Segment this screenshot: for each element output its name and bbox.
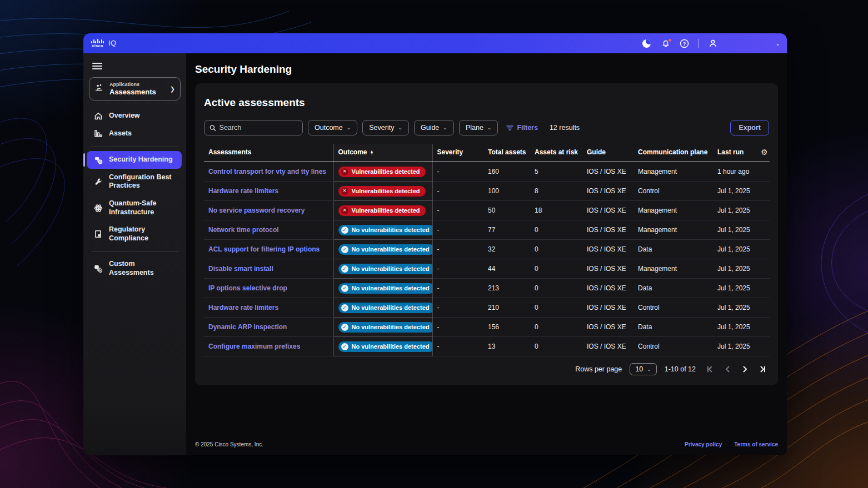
guide-cell: IOS / IOS XE bbox=[582, 162, 633, 182]
last-run-cell: Jul 1, 2025 bbox=[713, 279, 756, 298]
table-row: Dynamic ARP inspection✓No vulnerabilitie… bbox=[204, 318, 770, 337]
assessment-link[interactable]: Control transport for vty and tty lines bbox=[208, 168, 326, 175]
sidebar-item-security-hardening[interactable]: Security Hardening bbox=[83, 151, 186, 169]
assets-at-risk-cell: 8 bbox=[530, 182, 582, 201]
top-bar: cisco IQ ? bbox=[83, 33, 787, 53]
account-icon[interactable] bbox=[708, 38, 718, 48]
sidebar-item-overview[interactable]: Overview bbox=[83, 107, 186, 125]
last-run-cell: Jul 1, 2025 bbox=[713, 259, 756, 279]
gear-spacer-cell bbox=[756, 279, 770, 298]
column-header-total-assets[interactable]: Total assets bbox=[483, 144, 530, 162]
last-run-cell: 1 hour ago bbox=[713, 162, 756, 182]
last-run-cell: Jul 1, 2025 bbox=[713, 220, 756, 240]
total-assets-cell: 13 bbox=[483, 337, 530, 356]
chevron-down-icon: ⌄ bbox=[347, 125, 351, 130]
search-box[interactable] bbox=[204, 120, 303, 135]
window-chevron-icon[interactable]: ⌄ bbox=[776, 41, 780, 47]
home-icon bbox=[93, 112, 103, 120]
gear-spacer-cell bbox=[756, 182, 770, 201]
column-header-last-run[interactable]: Last run bbox=[713, 144, 756, 162]
rows-per-page-select[interactable]: 10 ⌄ bbox=[630, 363, 656, 375]
assessment-link[interactable]: IP options selective drop bbox=[208, 284, 287, 292]
guide-cell: IOS / IOS XE bbox=[582, 259, 633, 279]
guide-cell: IOS / IOS XE bbox=[582, 240, 633, 259]
column-header-outcome[interactable]: Outcome▲▼ bbox=[333, 144, 432, 162]
document-check-icon bbox=[93, 230, 103, 238]
sidebar-item-configuration-best-practices[interactable]: Configuration Best Practices bbox=[83, 169, 186, 195]
chevron-down-icon: ⌄ bbox=[398, 125, 402, 130]
chevron-down-icon: ⌄ bbox=[487, 125, 492, 130]
column-settings-gear-icon[interactable]: ⚙ bbox=[761, 148, 768, 157]
notifications-bell-icon[interactable] bbox=[661, 38, 671, 48]
severity-cell: - bbox=[432, 182, 483, 201]
first-page-button[interactable] bbox=[706, 365, 714, 373]
total-assets-cell: 156 bbox=[483, 318, 530, 337]
hamburger-menu-icon[interactable] bbox=[92, 63, 102, 69]
assessment-link[interactable]: No service password recovery bbox=[208, 207, 305, 214]
severity-cell: - bbox=[432, 220, 483, 240]
communication-plane-cell: Data bbox=[633, 318, 713, 337]
filter-chip-outcome[interactable]: Outcome⌄ bbox=[308, 120, 357, 135]
assessment-link[interactable]: Hardware rate limiters bbox=[208, 304, 278, 311]
last-run-cell: Jul 1, 2025 bbox=[713, 240, 756, 259]
column-header-communication-plane[interactable]: Communication plane bbox=[633, 144, 713, 162]
severity-cell: - bbox=[432, 162, 483, 182]
total-assets-cell: 77 bbox=[483, 220, 530, 240]
search-input[interactable] bbox=[220, 124, 297, 132]
assets-at-risk-cell: 0 bbox=[530, 279, 582, 298]
next-page-button[interactable] bbox=[741, 365, 749, 373]
guide-cell: IOS / IOS XE bbox=[582, 318, 633, 337]
sidebar-item-quantum-safe-infrastructure[interactable]: Quantum-Safe Infrastructure bbox=[83, 195, 186, 221]
last-run-cell: Jul 1, 2025 bbox=[713, 318, 756, 337]
no-vulnerabilities-badge: ✓No vulnerabilities detected bbox=[338, 322, 433, 333]
assessment-link[interactable]: Hardware rate limiters bbox=[208, 187, 278, 195]
assessment-link[interactable]: Configure maximum prefixes bbox=[208, 343, 300, 350]
column-header-assessments[interactable]: Assessments bbox=[204, 144, 333, 162]
communication-plane-cell: Management bbox=[633, 220, 713, 240]
severity-cell: - bbox=[432, 298, 483, 318]
table-toolbar: Outcome⌄ Severity⌄ Guide⌄ Plane⌄ Filters… bbox=[204, 120, 769, 135]
svg-text:?: ? bbox=[683, 41, 686, 47]
total-assets-cell: 44 bbox=[483, 259, 530, 279]
assessment-link[interactable]: Disable smart install bbox=[208, 265, 273, 273]
table-row: Hardware rate limiters✓No vulnerabilitie… bbox=[204, 298, 770, 318]
export-button[interactable]: Export bbox=[730, 120, 769, 135]
app-switcher[interactable]: Applications Assessments ❯ bbox=[89, 77, 181, 100]
sidebar-item-regulatory-compliance[interactable]: Regulatory Compliance bbox=[83, 221, 186, 247]
cisco-wordmark: cisco bbox=[92, 44, 103, 48]
gear-spacer-cell bbox=[756, 337, 770, 356]
gear-spacer-cell bbox=[756, 162, 770, 182]
sidebar: Applications Assessments ❯ Overview bbox=[83, 53, 186, 455]
assessment-link[interactable]: Dynamic ARP inspection bbox=[208, 323, 287, 331]
previous-page-button[interactable] bbox=[724, 365, 731, 373]
no-vulnerabilities-badge: ✓No vulnerabilities detected bbox=[338, 283, 433, 294]
privacy-policy-link[interactable]: Privacy policy bbox=[685, 441, 722, 447]
help-icon[interactable]: ? bbox=[680, 38, 690, 48]
filters-link[interactable]: Filters bbox=[506, 124, 538, 132]
check-icon: ✓ bbox=[341, 285, 348, 292]
theme-toggle-icon[interactable] bbox=[642, 38, 652, 48]
total-assets-cell: 50 bbox=[483, 201, 530, 220]
active-indicator bbox=[83, 153, 85, 167]
terms-of-service-link[interactable]: Terms of service bbox=[734, 441, 778, 447]
notification-dot bbox=[668, 38, 672, 42]
column-header-assets-at-risk[interactable]: Assets at risk bbox=[530, 144, 582, 162]
communication-plane-cell: Control bbox=[633, 298, 713, 318]
assessment-link[interactable]: ACL support for filtering IP options bbox=[208, 245, 320, 253]
table-row: Control transport for vty and tty lines✕… bbox=[204, 162, 770, 182]
column-header-severity[interactable]: Severity bbox=[432, 144, 483, 162]
filter-chip-plane[interactable]: Plane⌄ bbox=[459, 120, 498, 135]
sidebar-item-custom-assessments[interactable]: Custom Assessments bbox=[83, 255, 186, 281]
app-window: cisco IQ ? bbox=[83, 33, 787, 455]
assessment-link[interactable]: Network time protocol bbox=[208, 226, 279, 234]
bar-chart-icon bbox=[93, 129, 103, 138]
communication-plane-cell: Data bbox=[633, 240, 713, 259]
sidebar-item-assets[interactable]: Assets bbox=[83, 125, 186, 143]
column-header-guide[interactable]: Guide bbox=[582, 144, 633, 162]
filter-chip-severity[interactable]: Severity⌄ bbox=[362, 120, 409, 135]
no-vulnerabilities-badge: ✓No vulnerabilities detected bbox=[338, 264, 433, 274]
filter-chip-guide[interactable]: Guide⌄ bbox=[414, 120, 454, 135]
communication-plane-cell: Management bbox=[633, 201, 713, 220]
pagination-range: 1-10 of 12 bbox=[665, 365, 696, 373]
last-page-button[interactable] bbox=[759, 365, 767, 373]
